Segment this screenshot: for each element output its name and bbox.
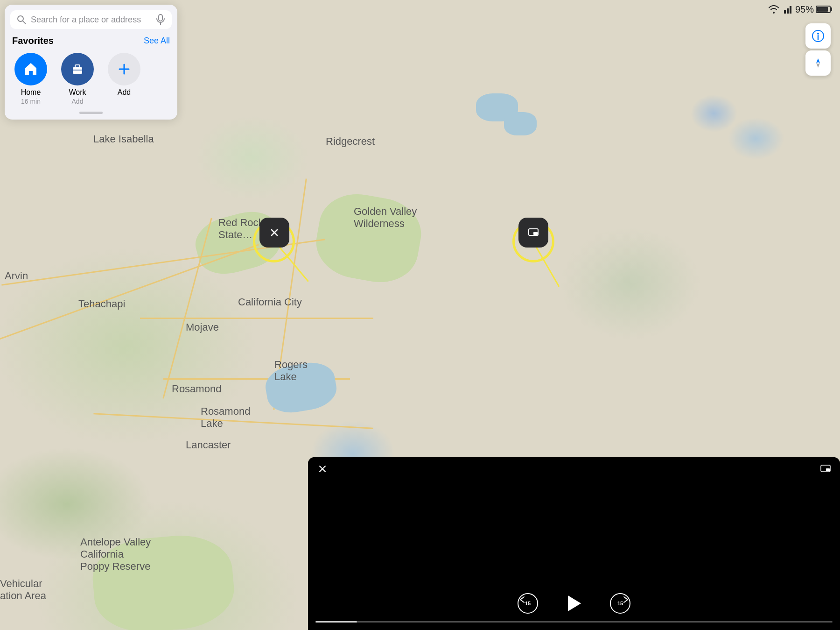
home-icon-circle	[14, 53, 47, 85]
video-pip-button[interactable]	[819, 462, 833, 476]
svg-marker-24	[568, 595, 581, 611]
work-label: Work	[69, 88, 86, 97]
play-pause-button[interactable]	[561, 591, 587, 616]
play-icon	[566, 595, 582, 612]
svg-rect-19	[533, 232, 538, 235]
picture-in-picture-icon	[527, 226, 540, 239]
map-controls	[805, 23, 831, 76]
map-water	[504, 112, 537, 135]
add-icon-circle	[108, 53, 140, 85]
battery-container: 95%	[795, 4, 831, 15]
skip-forward-button[interactable]: 15	[610, 593, 630, 614]
favorites-list: Home 16 min Work Add Add	[10, 53, 172, 109]
video-scrubber-fill	[315, 621, 357, 623]
svg-rect-23	[826, 468, 830, 471]
favorite-work[interactable]: Work Add	[59, 53, 96, 105]
video-pip-icon	[820, 464, 831, 474]
microphone-icon[interactable]	[156, 14, 165, 25]
work-icon-circle	[61, 53, 94, 85]
map-road	[140, 318, 373, 319]
pip-button[interactable]	[518, 218, 548, 248]
compass-icon	[812, 57, 825, 70]
home-icon	[22, 61, 39, 78]
favorite-home[interactable]: Home 16 min	[12, 53, 49, 105]
close-map-overlay-button[interactable]	[259, 218, 289, 248]
battery-percentage: 95%	[795, 4, 814, 15]
video-player: 15 15	[308, 457, 840, 630]
signal-icon	[783, 5, 791, 14]
skip-back-arrow	[518, 595, 526, 604]
favorites-label: Favorites	[12, 35, 54, 46]
skip-back-circle: 15	[518, 593, 538, 614]
status-icons: 95%	[768, 4, 831, 15]
skip-forward-arrow	[622, 595, 630, 604]
wifi-icon	[768, 5, 779, 14]
svg-rect-5	[159, 14, 162, 21]
plus-icon	[116, 61, 133, 78]
home-label: Home	[21, 88, 41, 97]
skip-forward-circle: 15	[610, 593, 630, 614]
skip-back-button[interactable]: 15	[518, 593, 538, 614]
close-icon	[268, 226, 281, 239]
map-info-button[interactable]	[805, 23, 831, 49]
video-close-button[interactable]	[315, 462, 329, 476]
briefcase-icon	[69, 61, 86, 78]
favorite-add[interactable]: Add	[105, 53, 143, 105]
see-all-button[interactable]: See All	[144, 36, 170, 46]
svg-point-3	[18, 16, 23, 21]
svg-marker-0	[790, 6, 791, 14]
search-placeholder[interactable]: Search for a place or address	[31, 15, 151, 25]
add-label: Add	[118, 88, 131, 97]
search-panel: Search for a place or address Favorites …	[5, 5, 177, 120]
svg-line-4	[23, 21, 26, 24]
svg-marker-14	[816, 58, 820, 63]
work-sub: Add	[72, 98, 84, 105]
svg-marker-1	[787, 8, 789, 14]
search-bar[interactable]: Search for a place or address	[10, 10, 172, 29]
battery-icon	[816, 6, 831, 13]
video-controls: 15 15	[308, 591, 840, 616]
video-scrubber[interactable]	[315, 621, 833, 623]
drag-handle	[79, 112, 103, 114]
home-sub: 16 min	[21, 98, 41, 105]
svg-point-12	[817, 33, 819, 35]
svg-rect-7	[73, 67, 82, 74]
video-toolbar	[308, 457, 840, 481]
map-compass-button[interactable]	[805, 50, 831, 76]
info-icon	[812, 29, 825, 42]
video-close-icon	[318, 464, 327, 474]
svg-marker-2	[784, 10, 786, 14]
search-icon	[17, 15, 26, 24]
svg-marker-15	[816, 63, 820, 68]
favorites-header: Favorites See All	[10, 35, 172, 46]
